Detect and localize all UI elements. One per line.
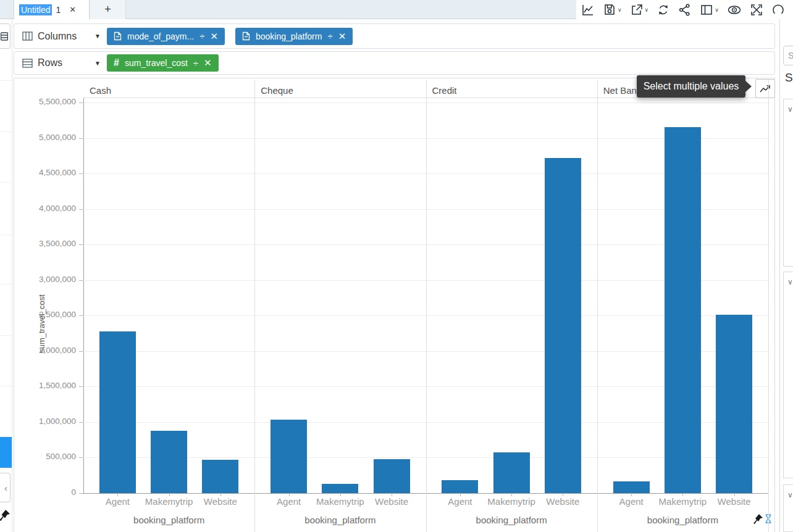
share-icon[interactable] [678,3,692,17]
tab-untitled-1[interactable]: Untitled1 ✕ [14,0,90,19]
rows-shelf-label[interactable]: Rows ▼ [14,57,107,69]
y-axis-tick [79,457,83,458]
export-icon[interactable]: ∨ [630,3,649,17]
rows-label-text: Rows [38,57,62,69]
columns-caret-icon[interactable]: ▼ [94,33,101,39]
columns-shelf-label[interactable]: Columns ▼ [14,31,107,42]
preview-eye-icon[interactable] [727,3,742,17]
y-axis-tick-label: 1,500,000 [14,381,76,390]
x-axis-category-label: Website [529,496,597,507]
y-axis-tick [79,386,83,387]
chevron-down-icon[interactable]: ∨ [787,105,793,114]
right-panel-edge: S S ∨ ∨ ∨ [779,19,793,532]
reset-icon[interactable] [771,3,785,17]
pill-remove-icon[interactable]: ✕ [204,57,212,69]
save-caret-icon[interactable]: ∨ [618,7,622,13]
bar-net-banking-agent[interactable] [613,481,650,493]
bar-cheque-agent[interactable] [271,420,307,493]
y-axis-tick [79,315,83,316]
toolbar: ∨ ∨ ∨ [576,0,793,19]
chevron-down-icon[interactable]: ∨ [787,278,793,286]
new-tab-button[interactable]: + [90,0,126,19]
layout-icon[interactable]: ∨ [700,3,719,17]
pill-sum-travel-cost[interactable]: # sum_travel_cost ÷ ✕ [107,54,219,72]
y-axis-tick-label: 3,500,000 [14,239,76,248]
plot-right-border [768,80,769,532]
accordion-section[interactable]: ∨ [783,484,793,532]
rows-icon [22,59,33,68]
tab-title-selected[interactable]: Untitled [19,4,52,15]
bar-cheque-makemytrip[interactable] [322,484,358,493]
y-axis-tick-label: 4,000,000 [14,204,76,213]
y-axis-tick-label: 2,000,000 [14,346,76,355]
columns-shelf: Columns ▼ mode_of_paym... ÷ ✕ booking_pl… [14,23,775,49]
y-axis-tick [79,493,83,494]
bar-credit-agent[interactable] [442,480,478,493]
pill-divide-icon[interactable]: ÷ [193,58,198,69]
chart-type-icon[interactable] [581,3,595,17]
y-axis-tick-label: 3,000,000 [14,275,76,284]
search-input[interactable]: S [783,46,793,65]
measure-field-icon: # [114,57,119,69]
accordion-section[interactable]: ∨ [783,99,793,267]
y-axis-tick [79,173,83,174]
x-axis-title: booking_platform [83,515,254,525]
bar-credit-website[interactable] [545,158,581,493]
y-axis-tick-label: 500,000 [14,452,76,461]
field-row-divider [0,80,12,81]
bar-net-banking-website[interactable] [716,315,752,493]
layout-caret-icon[interactable]: ∨ [715,7,719,13]
field-row-divider [0,386,12,386]
pill-remove-icon[interactable]: ✕ [338,31,346,42]
pin-icon[interactable] [0,510,10,523]
y-axis-title: sum_travel_cost [37,275,46,373]
right-panel-title: S [785,71,793,85]
pill-label: sum_travel_cost [125,58,188,68]
pill-label: booking_platform [256,31,322,41]
left-panel-edge: ‹ [0,19,12,532]
refresh-icon[interactable] [657,3,670,17]
y-axis-tick [79,209,83,210]
tab-close-icon[interactable]: ✕ [69,5,76,14]
tab-title-suffix: 1 [56,5,61,15]
bar-cash-makemytrip[interactable] [151,431,187,493]
pill-divide-icon[interactable]: ÷ [199,31,204,41]
selected-field-row[interactable] [0,437,12,468]
y-axis-tick-label: 1,000,000 [14,417,76,426]
bar-net-banking-makemytrip[interactable] [665,127,701,493]
rows-shelf: Rows ▼ # sum_travel_cost ÷ ✕ [14,51,775,75]
y-axis-tick-label: 4,500,000 [14,168,76,177]
bar-cash-website[interactable] [202,460,238,493]
x-axis-title: booking_platform [254,515,426,525]
chart-canvas: sum_travel_cost 0500,0001,000,0001,500,0… [14,78,775,532]
y-axis-tick-label: 5,500,000 [14,97,76,106]
fullscreen-icon[interactable] [750,3,763,17]
dimension-field-icon [114,31,122,41]
rows-caret-icon[interactable]: ▼ [94,60,101,67]
app-window: Untitled1 ✕ + ∨ ∨ ∨ [0,0,793,532]
x-axis-category-label: Website [700,496,768,507]
bar-cash-agent[interactable] [99,331,136,493]
pill-mode-of-payment[interactable]: mode_of_paym... ÷ ✕ [107,28,225,45]
y-axis-tick-label: 5,000,000 [14,133,76,142]
panel-header-cheque: Cheque [261,85,419,96]
chevron-down-icon[interactable]: ∨ [787,491,793,499]
x-axis-title: booking_platform [426,515,597,525]
export-caret-icon[interactable]: ∨ [645,7,649,13]
collapse-panel-button[interactable]: ‹ [0,473,10,502]
field-row-divider [0,182,12,183]
bar-cheque-website[interactable] [374,459,410,493]
dimension-field-icon [242,31,250,41]
dataset-icon[interactable] [0,23,10,49]
save-icon[interactable]: ∨ [603,3,622,17]
accordion-section[interactable]: ∨ [783,272,793,478]
x-axis-category-label: Website [187,496,254,507]
panel-separator [426,80,427,532]
bar-credit-makemytrip[interactable] [493,452,530,493]
pill-divide-icon[interactable]: ÷ [327,31,332,41]
field-row-divider [0,235,12,235]
field-row-divider [0,284,12,285]
y-axis-tick-label: 0 [14,488,76,497]
pill-booking-platform[interactable]: booking_platform ÷ ✕ [235,28,353,45]
pill-remove-icon[interactable]: ✕ [210,31,218,42]
